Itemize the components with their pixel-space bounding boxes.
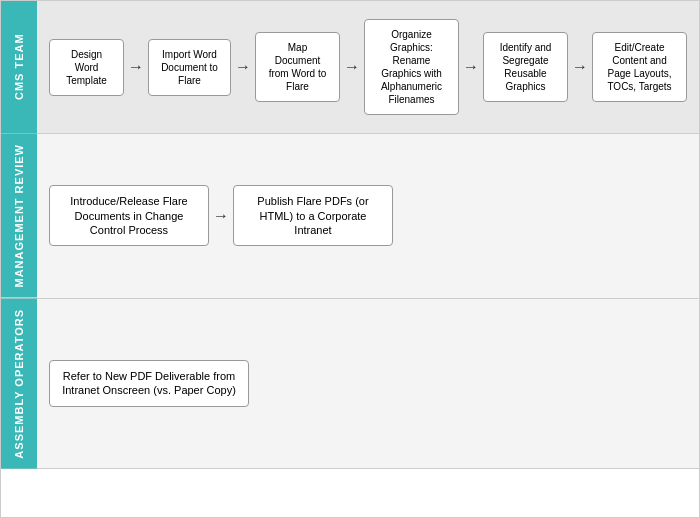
mgmt-box-1: Introduce/Release Flare Documents in Cha… [49, 185, 209, 246]
assembly-content: Refer to New PDF Deliverable from Intran… [37, 299, 699, 469]
mgmt-arrow-1: → [209, 207, 233, 225]
cms-box-6: Edit/Create Content and Page Layouts, TO… [592, 32, 687, 102]
assembly-section: ASSEMBLY OPERATORS Refer to New PDF Deli… [1, 299, 699, 470]
cms-box-4: Organize Graphics: Rename Graphics with … [364, 19, 459, 115]
cms-box-5: Identify and Segregate Reusable Graphics [483, 32, 568, 102]
cms-box-2: Import Word Document to Flare [148, 39, 231, 96]
assembly-label: ASSEMBLY OPERATORS [1, 299, 37, 469]
cms-box-3: Map Document from Word to Flare [255, 32, 340, 102]
cms-content: Design Word Template → Import Word Docum… [37, 1, 699, 133]
arrow-3: → [340, 58, 364, 76]
management-content: Introduce/Release Flare Documents in Cha… [37, 134, 699, 298]
arrow-1: → [124, 58, 148, 76]
cms-flow: Design Word Template → Import Word Docum… [49, 19, 687, 115]
management-section: MANAGEMENT REVIEW Introduce/Release Flar… [1, 134, 699, 299]
cms-label: CMS TEAM [1, 1, 37, 133]
arrow-4: → [459, 58, 483, 76]
assembly-flow: Refer to New PDF Deliverable from Intran… [49, 360, 249, 407]
management-label: MANAGEMENT REVIEW [1, 134, 37, 298]
cms-section: CMS TEAM Design Word Template → Import W… [1, 1, 699, 134]
management-flow: Introduce/Release Flare Documents in Cha… [49, 185, 393, 246]
arrow-5: → [568, 58, 592, 76]
mgmt-box-2: Publish Flare PDFs (or HTML) to a Corpor… [233, 185, 393, 246]
assembly-box-1: Refer to New PDF Deliverable from Intran… [49, 360, 249, 407]
cms-box-1: Design Word Template [49, 39, 124, 96]
arrow-2: → [231, 58, 255, 76]
